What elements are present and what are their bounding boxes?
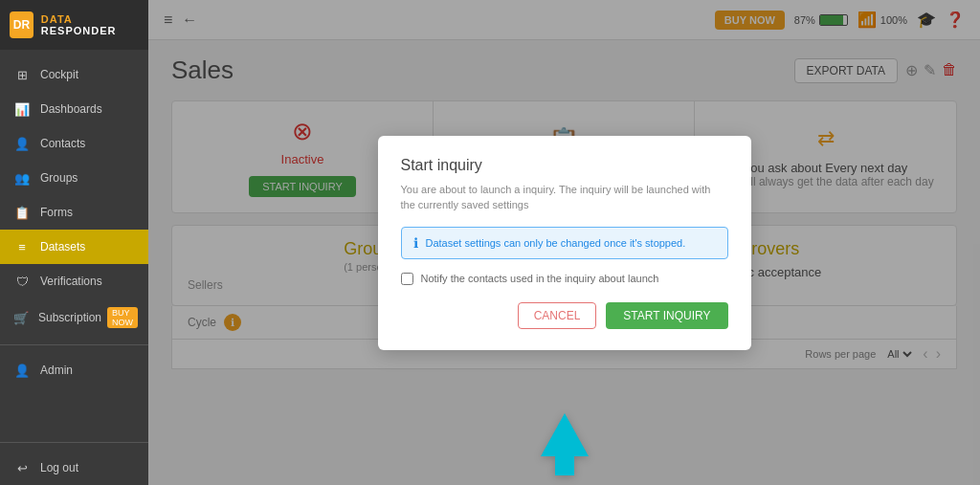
- logout-divider: [0, 442, 148, 443]
- sidebar-item-forms[interactable]: 📋 Forms: [0, 195, 148, 230]
- sidebar-item-groups[interactable]: 👥 Groups: [0, 161, 148, 195]
- logout-icon: ↩: [13, 459, 31, 476]
- logout-button[interactable]: ↩ Log out: [0, 451, 148, 485]
- sidebar-item-subscription[interactable]: 🛒 Subscription BUY NOW: [0, 298, 148, 337]
- sidebar-item-admin[interactable]: 👤 Admin: [0, 353, 148, 387]
- sidebar-item-datasets[interactable]: ≡ Datasets: [0, 230, 148, 264]
- notify-checkbox[interactable]: [401, 273, 413, 285]
- modal-overlay: Start inquiry You are about to launch a …: [148, 0, 980, 485]
- groups-icon: 👥: [13, 169, 31, 187]
- sidebar-item-dashboards[interactable]: 📊 Dashboards: [0, 92, 148, 126]
- arrow-up-indicator: [536, 408, 593, 475]
- logo-text: DATA RESPONDER: [41, 13, 139, 36]
- main-content: ≡ ← BUY NOW 87% 📶 100% 🎓 ❓ Sales EXPORT …: [148, 0, 980, 485]
- svg-rect-1: [555, 456, 574, 475]
- subscription-icon: 🛒: [13, 309, 29, 326]
- sidebar-divider: [0, 344, 148, 345]
- svg-marker-0: [541, 413, 589, 456]
- buy-now-badge: BUY NOW: [107, 307, 138, 328]
- dashboards-icon: 📊: [13, 100, 31, 118]
- datasets-icon: ≡: [13, 238, 31, 255]
- sidebar-logo: DR DATA RESPONDER: [0, 0, 148, 50]
- verifications-icon: 🛡: [13, 273, 31, 290]
- modal-title: Start inquiry: [401, 157, 728, 174]
- notify-label: Notify the contacts used in the inquiry …: [421, 273, 659, 284]
- start-inquiry-modal: Start inquiry You are about to launch a …: [378, 136, 751, 350]
- sidebar-logout: ↩ Log out: [0, 434, 148, 485]
- contacts-icon: 👤: [13, 135, 31, 152]
- logo-icon: DR: [10, 11, 33, 38]
- modal-info-text: Dataset settings can only be changed onc…: [426, 237, 686, 249]
- modal-start-inquiry-button[interactable]: START INQUIRY: [606, 302, 727, 329]
- modal-info-box: ℹ Dataset settings can only be changed o…: [401, 227, 728, 259]
- modal-description: You are about to launch a inquiry. The i…: [401, 182, 728, 213]
- cancel-button[interactable]: CANCEL: [518, 302, 597, 329]
- modal-actions: CANCEL START INQUIRY: [401, 302, 728, 329]
- sidebar-nav: ⊞ Cockpit 📊 Dashboards 👤 Contacts 👥 Grou…: [0, 50, 148, 434]
- info-icon: ℹ: [413, 235, 418, 251]
- sidebar-item-verifications[interactable]: 🛡 Verifications: [0, 264, 148, 298]
- modal-checkbox-row: Notify the contacts used in the inquiry …: [401, 273, 728, 285]
- sidebar-item-cockpit[interactable]: ⊞ Cockpit: [0, 57, 148, 92]
- forms-icon: 📋: [13, 204, 31, 221]
- admin-icon: 👤: [13, 362, 31, 379]
- sidebar-item-contacts[interactable]: 👤 Contacts: [0, 126, 148, 161]
- cockpit-icon: ⊞: [13, 66, 31, 83]
- sidebar: DR DATA RESPONDER ⊞ Cockpit 📊 Dashboards…: [0, 0, 148, 485]
